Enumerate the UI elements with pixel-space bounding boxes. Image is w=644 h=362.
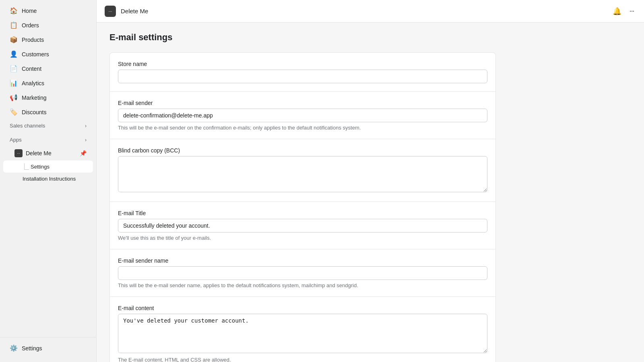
sidebar-item-orders[interactable]: 📋 Orders xyxy=(3,18,93,32)
bcc-field-group: Blind carbon copy (BCC) xyxy=(118,147,487,193)
page-title: E-mail settings xyxy=(109,32,631,43)
store-name-field-group: Store name xyxy=(118,61,487,83)
tree-connector xyxy=(24,163,29,170)
divider-1 xyxy=(110,91,495,92)
home-icon: 🏠 xyxy=(10,7,18,14)
chevron-right-icon: › xyxy=(85,123,87,129)
sidebar-item-marketing[interactable]: 📢 Marketing xyxy=(3,90,93,105)
sidebar-item-bottom-settings[interactable]: ⚙️ Settings xyxy=(3,341,93,355)
email-sender-name-input[interactable] xyxy=(118,266,487,280)
divider-4 xyxy=(110,249,495,249)
sidebar-item-installation[interactable]: Installation Instructions xyxy=(3,173,93,185)
customers-icon: 👤 xyxy=(10,50,18,58)
sidebar: 🏠 Home 📋 Orders 📦 Products 👤 Customers 📄… xyxy=(0,0,97,362)
content-area: E-mail settings Store name E-mail sender… xyxy=(97,23,644,362)
email-content-help: The E-mail content, HTML and CSS are all… xyxy=(118,357,487,362)
header-actions: 🔔 ··· xyxy=(611,5,636,17)
sidebar-bottom: ⚙️ Settings xyxy=(0,337,96,362)
email-sender-help: This will be the e-mail sender on the co… xyxy=(118,125,487,131)
header-title: Delete Me xyxy=(121,8,606,14)
content-icon: 📄 xyxy=(10,65,18,72)
divider-2 xyxy=(110,139,495,139)
email-sender-label: E-mail sender xyxy=(118,100,487,106)
email-content-field-group: E-mail content You've deleted your custo… xyxy=(118,305,487,362)
store-name-label: Store name xyxy=(118,61,487,67)
email-settings-form: Store name E-mail sender This will be th… xyxy=(109,52,496,362)
header: ··· Delete Me 🔔 ··· xyxy=(97,0,644,23)
divider-5 xyxy=(110,296,495,297)
pin-icon: 📌 xyxy=(80,150,87,156)
settings-gear-icon: ⚙️ xyxy=(10,344,18,352)
sales-channels-section[interactable]: Sales channels › xyxy=(3,119,93,132)
sidebar-item-analytics[interactable]: 📊 Analytics xyxy=(3,76,93,90)
analytics-icon: 📊 xyxy=(10,79,18,87)
bcc-textarea[interactable] xyxy=(118,156,487,192)
sidebar-item-products[interactable]: 📦 Products xyxy=(3,33,93,47)
orders-icon: 📋 xyxy=(10,21,18,29)
app-name-label: Delete Me xyxy=(26,150,52,156)
sidebar-item-label: Marketing xyxy=(22,95,46,101)
header-app-icon: ··· xyxy=(105,6,116,17)
email-sender-name-field-group: E-mail sender name This will be the e-ma… xyxy=(118,257,487,288)
email-title-label: E-mail Title xyxy=(118,210,487,216)
delete-me-app-icon: ··· xyxy=(14,149,23,157)
sidebar-item-settings[interactable]: Settings xyxy=(3,160,93,173)
sidebar-nav: 🏠 Home 📋 Orders 📦 Products 👤 Customers 📄… xyxy=(0,0,96,337)
sidebar-item-label: Orders xyxy=(22,22,39,29)
sidebar-item-content[interactable]: 📄 Content xyxy=(3,62,93,76)
store-name-input[interactable] xyxy=(118,70,487,83)
sidebar-item-label: Customers xyxy=(22,51,49,58)
marketing-icon: 📢 xyxy=(10,94,18,101)
bcc-label: Blind carbon copy (BCC) xyxy=(118,147,487,154)
email-title-input[interactable] xyxy=(118,219,487,232)
email-sender-field-group: E-mail sender This will be the e-mail se… xyxy=(118,100,487,131)
bottom-settings-label: Settings xyxy=(22,345,42,352)
divider-3 xyxy=(110,202,495,202)
sidebar-item-customers[interactable]: 👤 Customers xyxy=(3,47,93,61)
email-sender-name-help: This will be the e-mail sender name, app… xyxy=(118,282,487,288)
sidebar-item-label: Products xyxy=(22,37,44,43)
email-sender-name-label: E-mail sender name xyxy=(118,257,487,264)
email-sender-input[interactable] xyxy=(118,109,487,122)
apps-section-header[interactable]: Apps › xyxy=(3,134,93,146)
email-content-textarea[interactable]: You've deleted your customer account. xyxy=(118,314,487,353)
more-options-button[interactable]: ··· xyxy=(628,6,636,16)
sales-channels-label: Sales channels xyxy=(10,123,45,129)
app-item-delete-me[interactable]: ··· Delete Me 📌 xyxy=(3,146,93,160)
products-icon: 📦 xyxy=(10,36,18,43)
email-title-field-group: E-mail Title We'll use this as the title… xyxy=(118,210,487,241)
bell-button[interactable]: 🔔 xyxy=(611,5,623,17)
chevron-right-icon: › xyxy=(85,137,87,143)
sidebar-item-home[interactable]: 🏠 Home xyxy=(3,4,93,18)
sidebar-item-label: Discounts xyxy=(22,109,46,115)
sidebar-item-discounts[interactable]: 🏷️ Discounts xyxy=(3,105,93,119)
discounts-icon: 🏷️ xyxy=(10,108,18,116)
sidebar-item-label: Content xyxy=(22,66,41,72)
email-title-help: We'll use this as the title of your e-ma… xyxy=(118,235,487,241)
apps-label: Apps xyxy=(10,137,22,143)
installation-link-label: Installation Instructions xyxy=(23,176,76,182)
email-content-label: E-mail content xyxy=(118,305,487,311)
settings-link-label: Settings xyxy=(31,164,50,170)
main-wrapper: ··· Delete Me 🔔 ··· E-mail settings Stor… xyxy=(97,0,644,362)
sidebar-item-label: Home xyxy=(22,8,37,14)
sidebar-item-label: Analytics xyxy=(22,80,44,86)
